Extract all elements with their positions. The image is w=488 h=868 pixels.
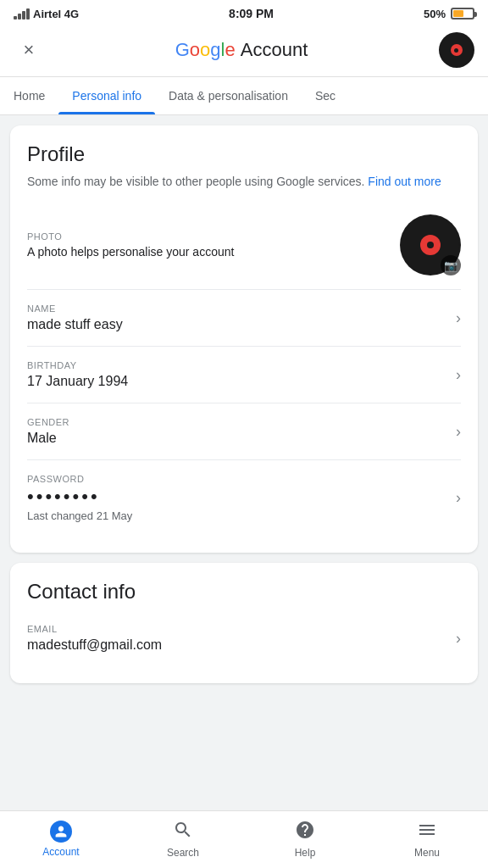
camera-icon: 📷: [441, 255, 461, 275]
battery-icon: [451, 8, 474, 19]
tab-personal-info[interactable]: Personal info: [58, 77, 155, 114]
nav-help-label: Help: [295, 847, 316, 859]
battery-percent: 50%: [424, 8, 446, 20]
profile-card: Profile Some info may be visible to othe…: [10, 125, 478, 553]
tab-security[interactable]: Sec: [302, 77, 349, 114]
password-chevron-icon: ›: [456, 489, 461, 507]
birthday-row[interactable]: BIRTHDAY 17 January 1994 ›: [27, 347, 461, 403]
name-chevron-icon: ›: [456, 309, 461, 327]
find-out-more-link[interactable]: Find out more: [368, 175, 441, 188]
main-content: Profile Some info may be visible to othe…: [0, 115, 488, 751]
password-label: PASSWORD: [27, 474, 132, 484]
avatar[interactable]: [439, 32, 474, 68]
nav-help[interactable]: Help: [244, 811, 366, 868]
profile-photo-avatar: 📷: [400, 214, 461, 275]
password-dots: ••••••••: [27, 487, 132, 506]
gender-chevron-icon: ›: [456, 423, 461, 441]
nav-account-label: Account: [42, 846, 79, 858]
menu-icon: [417, 820, 437, 843]
birthday-chevron-icon: ›: [456, 366, 461, 384]
password-last-changed: Last changed 21 May: [27, 509, 132, 522]
nav-menu-label: Menu: [414, 847, 440, 859]
status-left: Airtel 4G: [14, 8, 79, 20]
birthday-label: BIRTHDAY: [27, 360, 128, 370]
name-value: made stuff easy: [27, 317, 123, 332]
email-label: EMAIL: [27, 624, 162, 634]
email-value: madestuff@gmail.com: [27, 637, 162, 653]
password-row[interactable]: PASSWORD •••••••• Last changed 21 May ›: [27, 460, 461, 536]
email-row[interactable]: EMAIL madestuff@gmail.com ›: [27, 610, 461, 666]
name-label: NAME: [27, 303, 123, 314]
gender-row[interactable]: GENDER Male ›: [27, 403, 461, 460]
tab-data-personalisation[interactable]: Data & personalisation: [155, 77, 302, 114]
status-bar: Airtel 4G 8:09 PM 50%: [0, 0, 488, 24]
nav-menu[interactable]: Menu: [366, 811, 488, 868]
signal-icon: [14, 8, 30, 19]
name-row[interactable]: NAME made stuff easy ›: [27, 290, 461, 347]
help-icon: [295, 820, 315, 843]
gender-value: Male: [27, 431, 69, 446]
email-chevron-icon: ›: [456, 630, 461, 648]
status-right: 50%: [424, 8, 474, 20]
search-icon: [173, 820, 193, 843]
status-time: 8:09 PM: [229, 7, 274, 20]
profile-title: Profile: [27, 142, 461, 166]
profile-subtitle: Some info may be visible to other people…: [27, 173, 461, 191]
tab-home[interactable]: Home: [0, 77, 58, 114]
header: × Google Account: [0, 24, 488, 77]
birthday-value: 17 January 1994: [27, 374, 128, 389]
photo-row[interactable]: PHOTO A photo helps personalise your acc…: [27, 201, 461, 290]
avatar-vinyl-icon: [441, 34, 473, 66]
carrier-text: Airtel 4G: [33, 8, 79, 20]
bottom-navigation: Account Search Help Menu: [0, 810, 488, 868]
contact-info-title: Contact info: [27, 580, 461, 604]
nav-account[interactable]: Account: [0, 811, 122, 868]
photo-label: PHOTO: [27, 231, 234, 242]
close-button[interactable]: ×: [14, 35, 44, 65]
photo-description: A photo helps personalise your account: [27, 245, 234, 259]
google-account-logo: Google Account: [175, 39, 308, 61]
gender-label: GENDER: [27, 417, 69, 427]
contact-info-card: Contact info EMAIL madestuff@gmail.com ›: [10, 563, 478, 683]
nav-search[interactable]: Search: [122, 811, 244, 868]
google-wordmark: Google: [175, 39, 236, 61]
account-text: Account: [241, 39, 308, 61]
account-icon: [50, 821, 72, 843]
navigation-tabs: Home Personal info Data & personalisatio…: [0, 77, 488, 115]
profile-header: Profile Some info may be visible to othe…: [27, 142, 461, 191]
nav-search-label: Search: [167, 847, 199, 859]
